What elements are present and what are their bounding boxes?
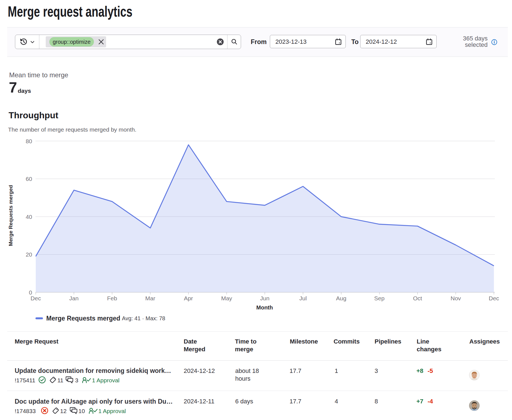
svg-text:Dec: Dec: [30, 295, 41, 301]
svg-text:Apr: Apr: [184, 295, 193, 301]
svg-text:Oct: Oct: [413, 295, 422, 301]
svg-text:Jun: Jun: [260, 295, 270, 301]
svg-text:Merge Requests merged: Merge Requests merged: [8, 185, 14, 246]
svg-text:40: 40: [26, 214, 32, 220]
svg-text:Feb: Feb: [107, 295, 117, 301]
svg-text:Sep: Sep: [374, 295, 385, 301]
svg-text:Dec: Dec: [489, 295, 499, 301]
svg-text:Jan: Jan: [69, 295, 79, 301]
svg-text:Merge Requests merged: Merge Requests merged: [46, 315, 120, 322]
svg-text:Jul: Jul: [299, 295, 307, 301]
svg-text:Mar: Mar: [145, 295, 155, 301]
svg-text:80: 80: [26, 138, 32, 144]
svg-text:0: 0: [29, 289, 32, 296]
svg-text:60: 60: [26, 176, 32, 182]
svg-text:Month: Month: [256, 304, 273, 311]
svg-text:Nov: Nov: [450, 295, 461, 301]
svg-text:Aug: Aug: [336, 295, 346, 301]
svg-text:Avg: 41 · Max: 78: Avg: 41 · Max: 78: [122, 315, 165, 321]
svg-text:20: 20: [26, 251, 32, 258]
svg-text:May: May: [221, 295, 232, 301]
